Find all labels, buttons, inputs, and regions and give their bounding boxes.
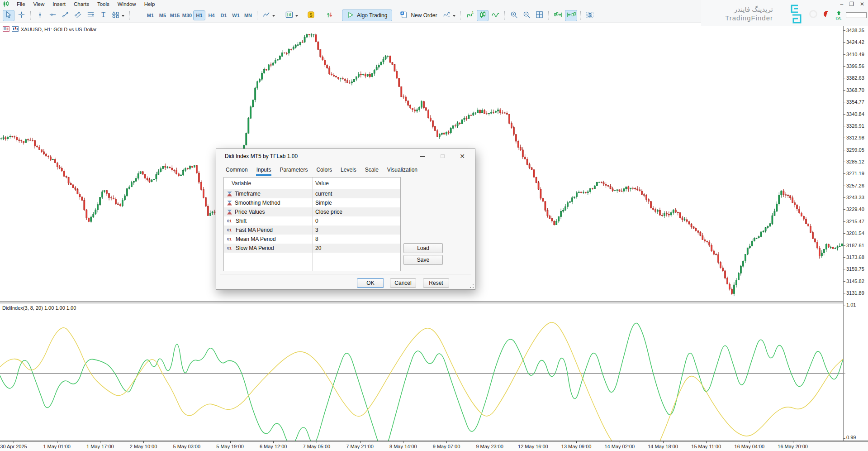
timeframe-mn[interactable]: MN (242, 10, 254, 20)
variable-name: Mean MA Period (236, 236, 276, 242)
tab-inputs[interactable]: Inputs (254, 165, 274, 176)
variable-value[interactable]: Simple (312, 200, 332, 206)
variable-value[interactable]: Close price (312, 209, 342, 215)
timeframe-m30[interactable]: M30 (181, 10, 193, 20)
timeframe-m5[interactable]: M5 (157, 10, 169, 20)
tick-wave-button[interactable] (489, 10, 501, 21)
cursor-button[interactable] (3, 10, 14, 21)
resize-grip[interactable] (470, 284, 474, 288)
text-button[interactable]: T (97, 10, 109, 21)
window-minimize-button[interactable]: – (840, 1, 843, 7)
tab-parameters[interactable]: Parameters (277, 165, 310, 176)
integer-type-icon: 01 (227, 219, 233, 223)
menu-item-window[interactable]: Window (114, 1, 140, 7)
window-restore-button[interactable]: ❐ (849, 1, 854, 7)
price-axis-label: 3299.05 (846, 147, 864, 153)
one-click-trading-icon[interactable] (12, 26, 19, 33)
mt5-logo-icon (2, 1, 10, 7)
menu-item-help[interactable]: Help (140, 1, 159, 7)
algo-trading-label: Algo Trading (357, 12, 387, 19)
price-axis[interactable]: 3438.35 3424.42 3410.49 3396.56 3382.63 … (843, 23, 868, 441)
horizontal-line-button[interactable] (47, 10, 58, 21)
menu-item-charts[interactable]: Charts (70, 1, 93, 7)
shift-right-button[interactable] (552, 10, 564, 21)
time-axis[interactable]: 30 Apr 2025 1 May 01:00 1 May 17:00 2 Ma… (0, 441, 868, 451)
indicator-window-dropdown-button[interactable] (284, 10, 300, 21)
step-chart-button[interactable]: 1 (464, 10, 476, 21)
ok-button[interactable]: OK (357, 278, 384, 288)
tab-visualization[interactable]: Visualization (385, 165, 420, 176)
tab-levels[interactable]: Levels (338, 165, 359, 176)
new-order-button[interactable]: New Order (396, 10, 441, 21)
zoom-out-icon (522, 10, 531, 21)
timeframe-h4[interactable]: H4 (205, 10, 218, 20)
channel-icon (74, 10, 82, 21)
menu-item-view[interactable]: View (29, 1, 49, 7)
save-button[interactable]: Save (403, 255, 443, 265)
time-axis-label: 8 May 14:00 (389, 444, 417, 449)
time-axis-label: 7 May 21:00 (346, 444, 374, 449)
time-axis-label: 15 May 11:00 (691, 444, 721, 449)
indicator-axis-top: 1.01 (846, 302, 856, 307)
tile-windows-button[interactable] (533, 10, 545, 21)
window-close-button[interactable]: ✕ (860, 1, 864, 7)
arrows-updown-button[interactable] (323, 10, 335, 21)
menu-item-insert[interactable]: Insert (48, 1, 70, 7)
fibonacci-button[interactable] (85, 10, 96, 21)
algo-trading-button[interactable]: Algo Trading (342, 10, 392, 21)
timeframe-h1[interactable]: H1 (193, 10, 205, 20)
shapes-dropdown-button[interactable] (110, 10, 126, 21)
menu-item-file[interactable]: File (13, 1, 29, 7)
dialog-minimize-button[interactable] (413, 149, 432, 163)
screenshot-button[interactable] (584, 10, 596, 21)
screenshot-icon (585, 10, 594, 21)
variable-value[interactable]: 0 (312, 218, 318, 224)
variable-name: Smoothing Method (235, 200, 280, 206)
menu-item-tools[interactable]: Tools (93, 1, 114, 7)
zoom-out-button[interactable] (521, 10, 532, 21)
crosshair-button[interactable] (15, 10, 27, 21)
candles-pair-button[interactable] (477, 10, 489, 21)
variable-value[interactable]: 20 (312, 245, 321, 251)
vertical-line-button[interactable] (34, 10, 46, 21)
indicator-line-slow-yellow (0, 322, 843, 441)
timeframe-m1[interactable]: M1 (144, 10, 157, 20)
variable-value[interactable]: 8 (312, 236, 318, 242)
price-axis-label: 3243.33 (846, 195, 864, 200)
svg-text:T: T (101, 11, 105, 18)
timeframe-d1[interactable]: D1 (218, 10, 230, 20)
chart-type-dropdown-button[interactable] (261, 10, 277, 21)
tab-scale[interactable]: Scale (363, 165, 381, 176)
zoom-in-button[interactable] (508, 10, 520, 21)
channel-button[interactable] (72, 10, 84, 21)
depth-of-market-icon[interactable] (3, 26, 9, 33)
variable-name: Slow MA Period (236, 245, 274, 251)
dialog-maximize-button[interactable] (432, 149, 452, 163)
dialog-close-button[interactable]: ✕ (452, 149, 472, 163)
cancel-button[interactable]: Cancel (390, 278, 416, 288)
tradingfinder-logo-icon (787, 4, 808, 26)
time-axis-label: 14 May 18:00 (648, 444, 678, 449)
chevron-down-icon (295, 11, 299, 19)
time-axis-label: 6 May 12:00 (260, 444, 287, 449)
dollar-button[interactable]: $ (305, 10, 317, 21)
price-axis-label: 3271.19 (846, 171, 864, 176)
tab-colors[interactable]: Colors (314, 165, 334, 176)
zoom-in-icon (510, 10, 518, 21)
variable-value[interactable]: 3 (312, 227, 318, 233)
timeframe-m15[interactable]: M15 (169, 10, 181, 20)
load-button[interactable]: Load (403, 243, 443, 253)
chevron-down-icon (452, 11, 456, 19)
integer-type-icon: 01 (227, 228, 233, 232)
didi-index-panel[interactable] (0, 303, 843, 441)
timeframe-w1[interactable]: W1 (230, 10, 242, 20)
variable-value[interactable]: current (312, 191, 332, 197)
price-axis-label: 3382.63 (846, 75, 864, 81)
shift-left-button[interactable] (565, 10, 577, 21)
price-axis-label: 3438.35 (846, 28, 864, 33)
chart-objects-dropdown-button[interactable] (441, 10, 457, 21)
window-controls[interactable]: – ❐ ✕ (840, 1, 864, 7)
tab-common[interactable]: Common (223, 165, 250, 176)
trendline-button[interactable] (59, 10, 71, 21)
reset-button[interactable]: Reset (423, 278, 449, 288)
